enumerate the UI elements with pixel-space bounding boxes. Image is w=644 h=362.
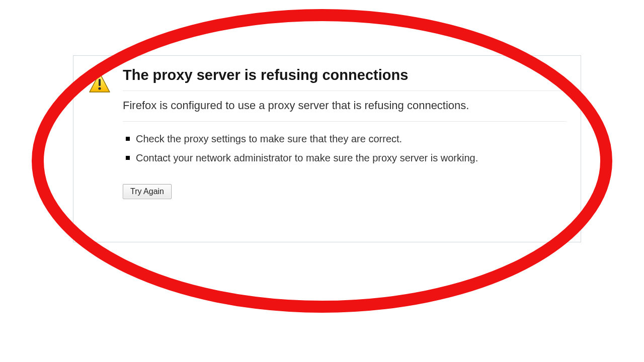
suggestion-text: Check the proxy settings to make sure th… <box>136 132 402 146</box>
suggestion-list: Check the proxy settings to make sure th… <box>123 122 567 165</box>
error-description: Firefox is configured to use a proxy ser… <box>123 91 567 122</box>
warning-icon <box>88 71 112 97</box>
error-page-container: The proxy server is refusing connections… <box>73 55 581 242</box>
error-title: The proxy server is refusing connections <box>123 67 567 91</box>
svg-point-2 <box>98 87 101 89</box>
try-again-button[interactable]: Try Again <box>123 184 172 199</box>
list-item: Contact your network administrator to ma… <box>126 151 567 165</box>
bullet-icon <box>126 156 130 160</box>
list-item: Check the proxy settings to make sure th… <box>126 132 567 146</box>
bullet-icon <box>126 137 130 141</box>
suggestion-text: Contact your network administrator to ma… <box>136 151 478 165</box>
svg-rect-1 <box>99 79 101 86</box>
